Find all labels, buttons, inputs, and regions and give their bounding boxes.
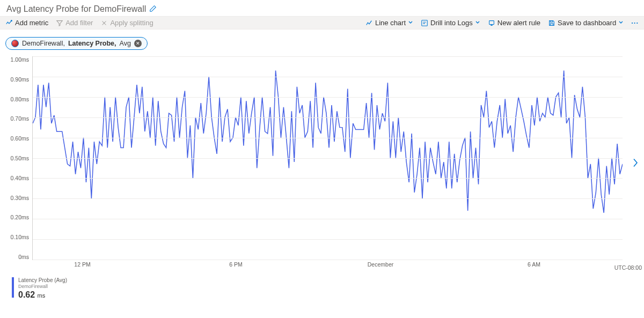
grid-line — [33, 198, 623, 199]
grid-line — [33, 117, 623, 118]
pill-metric: Latency Probe, — [68, 40, 116, 47]
add-filter-button[interactable]: Add filter — [56, 19, 93, 27]
new-alert-label: New alert rule — [497, 19, 540, 27]
svg-rect-2 — [489, 20, 494, 24]
x-tick-label: 6 AM — [528, 261, 540, 268]
save-dashboard-button[interactable]: Save to dashboard — [548, 19, 624, 27]
y-tick-label: 0.80ms — [2, 96, 29, 102]
chart-type-label: Line chart — [375, 19, 406, 27]
firewall-icon — [11, 40, 19, 47]
metric-pill[interactable]: DemoFirewall, Latency Probe, Avg ✕ — [5, 37, 148, 50]
grid-line — [33, 239, 623, 240]
y-tick-label: 0.30ms — [2, 195, 29, 201]
remove-metric-icon[interactable]: ✕ — [134, 40, 142, 47]
page-title: Avg Latency Probe for DemoFirewall — [6, 4, 146, 14]
x-tick-label: December — [368, 261, 393, 268]
y-tick-label: 0ms — [2, 254, 29, 260]
grid-line — [33, 97, 623, 98]
data-series-line — [33, 71, 623, 213]
add-filter-label: Add filter — [65, 19, 93, 27]
grid-line — [33, 178, 623, 179]
chevron-down-icon — [618, 19, 624, 27]
metrics-toolbar: Add metric Add filter Apply splitting Li… — [0, 16, 644, 29]
pill-aggregation: Avg — [120, 40, 131, 47]
legend-series-label: Latency Probe (Avg) — [18, 277, 67, 284]
add-metric-label: Add metric — [15, 19, 48, 27]
svg-rect-3 — [550, 23, 553, 25]
chevron-down-icon — [475, 19, 480, 27]
more-options-button[interactable]: ··· — [631, 19, 639, 27]
chevron-down-icon — [408, 19, 413, 27]
x-axis-labels: 12 PM6 PMDecember6 AM — [32, 261, 623, 271]
new-alert-button[interactable]: New alert rule — [488, 19, 540, 27]
y-tick-label: 1.00ms — [2, 56, 29, 63]
chart-legend[interactable]: Latency Probe (Avg) DemoFirewall 0.62 ms — [12, 277, 639, 300]
save-dashboard-label: Save to dashboard — [558, 19, 616, 27]
legend-value-number: 0.62 — [18, 290, 35, 299]
grid-line — [33, 77, 623, 77]
chart-area: 1.00ms0.90ms0.80ms0.70ms0.60ms0.50ms0.40… — [2, 56, 642, 271]
drill-logs-label: Drill into Logs — [430, 19, 473, 27]
grid-line — [33, 158, 623, 159]
svg-rect-4 — [550, 20, 552, 22]
x-tick-label: 12 PM — [74, 261, 90, 268]
apply-splitting-label: Apply splitting — [110, 19, 153, 27]
grid-line — [33, 219, 623, 219]
y-tick-label: 0.90ms — [2, 76, 29, 83]
legend-color-swatch — [12, 277, 14, 298]
plot-surface[interactable] — [32, 56, 623, 260]
x-tick-label: 6 PM — [229, 261, 243, 268]
svg-rect-1 — [422, 20, 428, 26]
next-timerange-button[interactable] — [632, 158, 639, 169]
add-metric-button[interactable]: Add metric — [5, 19, 48, 27]
chart-header: Avg Latency Probe for DemoFirewall — [0, 0, 644, 16]
svg-point-0 — [11, 20, 12, 21]
y-tick-label: 0.50ms — [2, 155, 29, 161]
y-tick-label: 0.20ms — [2, 214, 29, 220]
y-axis-labels: 1.00ms0.90ms0.80ms0.70ms0.60ms0.50ms0.40… — [2, 56, 31, 260]
y-tick-label: 0.60ms — [2, 135, 29, 142]
pill-resource: DemoFirewall, — [22, 40, 65, 47]
drill-logs-button[interactable]: Drill into Logs — [421, 19, 480, 27]
legend-resource-label: DemoFirewall — [18, 284, 67, 290]
legend-value-unit: ms — [38, 292, 46, 299]
grid-line — [33, 56, 623, 57]
edit-title-icon[interactable] — [149, 5, 157, 14]
y-tick-label: 0.70ms — [2, 115, 29, 122]
grid-line — [33, 260, 623, 260]
legend-value: 0.62 ms — [18, 290, 67, 300]
timezone-label: UTC-08:00 — [614, 264, 642, 271]
chart-type-selector[interactable]: Line chart — [365, 19, 413, 27]
grid-line — [33, 138, 623, 138]
y-tick-label: 0.10ms — [2, 234, 29, 240]
y-tick-label: 0.40ms — [2, 175, 29, 181]
apply-splitting-button[interactable]: Apply splitting — [100, 19, 153, 27]
